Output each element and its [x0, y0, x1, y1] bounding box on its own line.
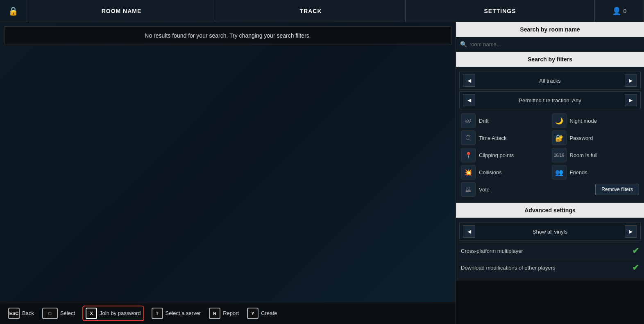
filters-section: Search by filters ◀ All tracks ▶ ◀ Permi…: [456, 52, 644, 203]
filters-section-header: Search by filters: [456, 52, 644, 67]
main-area: No results found for your search. Try ch…: [0, 22, 644, 324]
traction-label: Permitted tire traction: Any: [519, 97, 581, 104]
track-column[interactable]: TRACK: [216, 0, 406, 22]
night-mode-icon: 🌙: [552, 113, 567, 128]
download-mods-check: ✔: [632, 263, 639, 272]
lock-icon: 🔒: [8, 6, 18, 16]
search-section-header: Search by room name: [456, 22, 644, 37]
traction-next-button[interactable]: ▶: [625, 94, 637, 106]
search-title: Search by room name: [520, 26, 580, 33]
cross-platform-check: ✔: [632, 246, 639, 256]
server-key: T: [152, 308, 163, 319]
join-label: Join by password: [100, 310, 141, 316]
back-button[interactable]: ESC Back: [8, 308, 34, 319]
create-label: Create: [261, 310, 277, 316]
filters-title: Search by filters: [528, 56, 572, 63]
select-label: Select: [60, 310, 75, 316]
filter-clipping[interactable]: 📍 Clipping points: [461, 148, 549, 162]
clipping-label: Clipping points: [479, 152, 514, 158]
collisions-label: Collisions: [479, 169, 502, 176]
cross-platform-item: Cross-platform multiplayer ✔: [459, 242, 641, 259]
filter-time-attack[interactable]: ⏱ Time Attack: [461, 130, 549, 145]
search-input[interactable]: [469, 41, 640, 47]
room-name-column[interactable]: ROOM NAME: [27, 0, 216, 22]
room-full-label: Room is full: [570, 152, 598, 158]
remove-filters-button[interactable]: Remove filters: [595, 184, 639, 195]
sidebar: Search by room name 🔍 Search by filters …: [456, 22, 644, 324]
search-box[interactable]: 🔍: [456, 37, 644, 52]
track-label: TRACK: [300, 8, 322, 14]
filter-friends[interactable]: 👥 Friends: [552, 165, 639, 180]
tracks-nav: ◀ All tracks ▶: [459, 72, 641, 90]
tracks-label: All tracks: [539, 78, 561, 84]
create-key: Y: [247, 308, 259, 319]
room-name-label: ROOM NAME: [102, 8, 142, 14]
select-button[interactable]: □ Select: [42, 308, 75, 319]
vinyls-nav: ◀ Show all vinyls ▶: [459, 223, 641, 241]
drift-icon: 🏎: [461, 113, 476, 128]
filter-vote[interactable]: 🗳 Vote: [461, 182, 549, 197]
advanced-section-header: Advanced settings: [456, 203, 644, 218]
create-button[interactable]: Y Create: [247, 308, 277, 319]
filter-collisions[interactable]: 💥 Collisions: [461, 165, 549, 180]
drift-label: Drift: [479, 118, 489, 124]
player-icon: 👤: [612, 7, 621, 16]
friends-icon: 👥: [552, 165, 567, 180]
header: 🔒 ROOM NAME TRACK SETTINGS 👤 0: [0, 0, 644, 22]
settings-column[interactable]: SETTINGS: [406, 0, 595, 22]
room-full-icon: 16/16: [552, 148, 567, 162]
vinyls-next-button[interactable]: ▶: [625, 225, 637, 238]
no-results-bar: No results found for your search. Try ch…: [4, 26, 451, 45]
password-label: Password: [570, 135, 593, 141]
password-icon: 🔐: [552, 130, 567, 145]
tracks-next-button[interactable]: ▶: [625, 74, 637, 87]
vote-icon: 🗳: [461, 182, 476, 197]
collisions-icon: 💥: [461, 165, 476, 180]
filter-drift[interactable]: 🏎 Drift: [461, 113, 549, 128]
report-button[interactable]: R Report: [209, 308, 239, 319]
back-label: Back: [22, 310, 34, 316]
advanced-title: Advanced settings: [524, 207, 575, 214]
player-count: 0: [624, 8, 627, 14]
vote-label: Vote: [479, 187, 490, 193]
filter-items-grid: 🏎 Drift 🌙 Night mode ⏱ Time Attack: [459, 111, 641, 199]
time-attack-icon: ⏱: [461, 130, 476, 145]
filter-password[interactable]: 🔐 Password: [552, 130, 639, 145]
remove-filters-container: Remove filters: [552, 182, 639, 197]
vinyls-label: Show all vinyls: [533, 229, 567, 235]
players-column: 👤 0: [595, 0, 644, 22]
select-server-button[interactable]: T Select a server: [152, 308, 201, 319]
vinyls-prev-button[interactable]: ◀: [463, 225, 475, 238]
join-password-button[interactable]: X Join by password: [83, 306, 143, 320]
select-key: □: [42, 308, 58, 319]
header-lock[interactable]: 🔒: [0, 0, 27, 22]
night-mode-label: Night mode: [570, 118, 597, 124]
content-main: [0, 49, 456, 302]
friends-label: Friends: [570, 169, 587, 176]
search-icon: 🔍: [460, 41, 467, 47]
traction-prev-button[interactable]: ◀: [463, 94, 475, 106]
advanced-section: Advanced settings ◀ Show all vinyls ▶ Cr…: [456, 203, 644, 279]
bottom-bar: ESC Back □ Select X Join by password T: [0, 302, 456, 324]
download-mods-label: Download modifications of other players: [461, 265, 556, 271]
join-key: X: [86, 308, 97, 319]
server-label: Select a server: [166, 310, 201, 316]
report-key: R: [209, 308, 220, 319]
download-mods-item: Download modifications of other players …: [459, 259, 641, 276]
filter-section-body: ◀ All tracks ▶ ◀ Permitted tire traction…: [456, 67, 644, 202]
clipping-icon: 📍: [461, 148, 476, 162]
time-attack-label: Time Attack: [479, 135, 506, 141]
back-key: ESC: [8, 308, 20, 319]
no-results-text: No results found for your search. Try ch…: [145, 32, 311, 39]
filter-room-full[interactable]: 16/16 Room is full: [552, 148, 639, 162]
tracks-prev-button[interactable]: ◀: [463, 74, 475, 87]
search-section: Search by room name 🔍: [456, 22, 644, 52]
content-area: No results found for your search. Try ch…: [0, 22, 456, 324]
report-label: Report: [223, 310, 239, 316]
filter-night-mode[interactable]: 🌙 Night mode: [552, 113, 639, 128]
advanced-section-body: ◀ Show all vinyls ▶ Cross-platform multi…: [456, 218, 644, 279]
traction-nav: ◀ Permitted tire traction: Any ▶: [459, 91, 641, 109]
settings-label: SETTINGS: [484, 8, 516, 14]
cross-platform-label: Cross-platform multiplayer: [461, 248, 523, 254]
